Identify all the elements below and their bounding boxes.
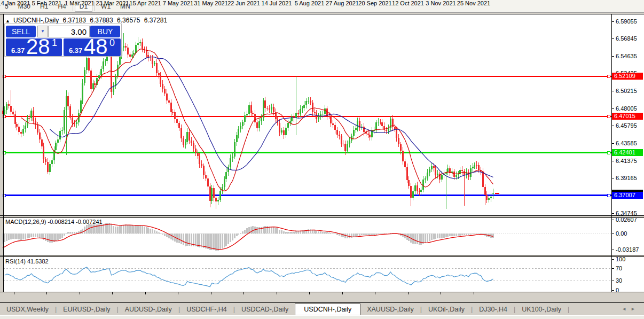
buy-price-prefix: 6.37 bbox=[69, 46, 82, 55]
chart-tab-usdcnh-daily[interactable]: USDCNH-,Daily bbox=[295, 304, 360, 315]
symbol-period-label: USDCNH-,Daily bbox=[13, 17, 59, 24]
hline-price-chip: 6.42401 bbox=[612, 149, 643, 156]
price-tick-label: 6.50215 bbox=[616, 88, 637, 94]
chart-tab-usdx-weekly[interactable]: USDX,Weekly bbox=[0, 304, 55, 315]
macd-tick-label: 0.02607 bbox=[616, 216, 637, 223]
date-tick-label: 20 Sep 2021 bbox=[358, 0, 391, 6]
sell-price-pips: 28 bbox=[26, 35, 50, 59]
ohlc-close: 6.37281 bbox=[144, 17, 167, 24]
price-tick-label: 6.59055 bbox=[616, 18, 637, 25]
hline-price-chip: 6.52109 bbox=[612, 73, 643, 80]
date-tick-label: 15 Apr 2021 bbox=[129, 0, 161, 6]
mt4-window: 5M30H1H4D1W1MN ▲USDCNH-,Daily 6.37183 6.… bbox=[0, 0, 644, 319]
chart-tab-xauusd-daily[interactable]: XAUUSD-,Daily bbox=[360, 304, 420, 315]
chart-tab-usdcad-daily[interactable]: USDCAD-,Daily bbox=[235, 304, 295, 315]
chart-tab-uk100-daily[interactable]: UK100-,Daily bbox=[515, 304, 568, 315]
date-tick-label: 5 Feb 2021 bbox=[32, 0, 62, 6]
ohlc-low: 6.36575 bbox=[117, 17, 140, 24]
price-tick-label: 6.41375 bbox=[616, 158, 637, 164]
ohlc-high: 6.37883 bbox=[90, 17, 113, 24]
date-tick-label: 3 Nov 2021 bbox=[426, 0, 455, 6]
price-tick-label: 6.34745 bbox=[616, 210, 637, 216]
tab-scroll-right-icon[interactable]: ► bbox=[631, 306, 640, 312]
price-tick-label: 6.56845 bbox=[616, 35, 637, 42]
tab-separator: | bbox=[568, 304, 569, 315]
sell-price-prefix: 6.37 bbox=[11, 46, 25, 55]
chart-tab-dj30-h4[interactable]: DJ30-,H4 bbox=[473, 304, 514, 315]
buy-price-pips: 48 bbox=[84, 35, 108, 59]
chart-tab-eurusd-daily[interactable]: EURUSD-,Daily bbox=[57, 304, 116, 315]
date-tick-label: 31 May 2021 bbox=[194, 0, 228, 6]
status-bar bbox=[0, 315, 644, 319]
one-click-trade-panel: SELL ▼ ▲ BUY 6.37 28 1 6.37 48 0 bbox=[4, 24, 122, 57]
date-tick-label: 5 Aug 2021 bbox=[295, 0, 325, 6]
date-tick-label: 27 Aug 2021 bbox=[326, 0, 359, 6]
rsi-tick-label: 30 bbox=[616, 277, 622, 284]
date-tick-label: 1 Mar 2021 bbox=[65, 0, 95, 6]
sell-price-point: 1 bbox=[52, 37, 57, 49]
rsi-tick-label: 100 bbox=[616, 256, 625, 262]
price-tick-label: 6.48005 bbox=[616, 105, 637, 112]
tab-scroll-left-icon[interactable]: ◄ bbox=[622, 306, 631, 312]
date-tick-label: 25 Nov 2021 bbox=[457, 0, 490, 6]
hline-price-chip: 6.47015 bbox=[612, 113, 643, 120]
collapse-triangle-icon[interactable]: ▲ bbox=[5, 18, 10, 24]
chart-tab-bar: USDX,Weekly|EURUSD-,Daily|AUDUSD-,Daily|… bbox=[0, 303, 644, 315]
sell-price-box[interactable]: 6.37 28 1 bbox=[6, 38, 62, 56]
date-tick-label: 23 Mar 2021 bbox=[96, 0, 129, 6]
price-tick-label: 6.45795 bbox=[616, 122, 637, 129]
date-tick-label: 7 May 2021 bbox=[163, 0, 193, 6]
chart-tab-usdchf-h4[interactable]: USDCHF-,H4 bbox=[180, 304, 233, 315]
buy-price-box[interactable]: 6.37 48 0 bbox=[64, 38, 121, 56]
price-tick-label: 6.54635 bbox=[616, 53, 637, 59]
rsi-tick-label: 70 bbox=[616, 265, 622, 271]
date-tick-label: 12 Oct 2021 bbox=[392, 0, 424, 6]
chart-info-row: ▲USDCNH-,Daily 6.37183 6.37883 6.36575 6… bbox=[5, 17, 169, 24]
macd-tick-label: 0.00 bbox=[616, 230, 627, 237]
chart-tab-ukoil-daily[interactable]: UKOil-,Daily bbox=[422, 304, 471, 315]
ohlc-open: 6.37183 bbox=[63, 17, 86, 24]
price-tick-label: 6.43585 bbox=[616, 140, 637, 146]
buy-price-point: 0 bbox=[109, 37, 115, 49]
date-tick-label: 22 Jun 2021 bbox=[227, 0, 260, 6]
tab-scroll-arrows[interactable]: ◄► bbox=[622, 306, 640, 312]
chart-tab-audusd-daily[interactable]: AUDUSD-,Daily bbox=[119, 304, 178, 315]
macd-tick-label: -0.03187 bbox=[616, 246, 639, 253]
hline-price-chip: 6.37007 bbox=[612, 192, 643, 199]
chevron-down-icon: ▼ bbox=[41, 29, 45, 34]
rsi-tick-label: 0 bbox=[616, 287, 619, 293]
date-tick-label: 14 Jul 2021 bbox=[262, 0, 292, 6]
rsi-label: RSI(14) 41.5382 bbox=[5, 258, 49, 264]
date-tick-label: 14 Jan 2021 bbox=[0, 0, 30, 6]
price-tick-label: 6.39165 bbox=[616, 175, 637, 181]
macd-label: MACD(12,26,9) -0.008214 -0.007241 bbox=[5, 219, 103, 225]
